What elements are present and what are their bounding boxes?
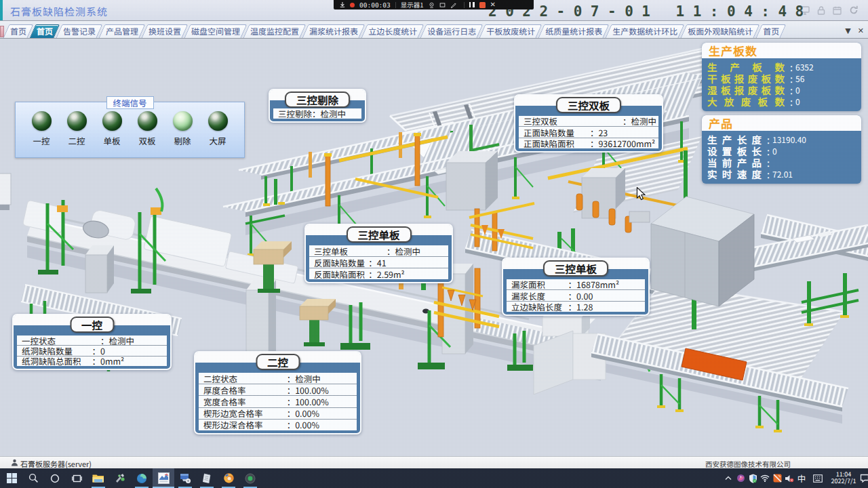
remote-pc-app-button[interactable] <box>174 468 196 488</box>
row-value: 23 <box>598 127 608 138</box>
row-colon: ： <box>287 420 296 430</box>
tab-4[interactable]: 产品管理 <box>102 24 142 38</box>
recorder-divider <box>395 2 396 8</box>
tab-14[interactable]: 板面外观缺陷统计 <box>684 24 757 38</box>
row-label: 二控状态 <box>203 373 287 384</box>
tab-6[interactable]: 磁盘空间管理 <box>187 24 244 38</box>
tray-color-app[interactable] <box>734 468 747 488</box>
search-icon <box>28 473 39 483</box>
stats-header: 产品 <box>702 115 861 131</box>
task-view-button[interactable] <box>66 468 87 488</box>
row-label: 楔形边深合格率 <box>203 420 287 430</box>
recorder-close-button[interactable]: ✕ <box>490 1 496 8</box>
row-value: 检测中 <box>295 373 321 384</box>
action-center-button[interactable] <box>853 468 868 488</box>
row-label: 实时速度 <box>707 168 767 180</box>
row-value: 13190.40 <box>772 134 806 145</box>
recorder-pause-button[interactable] <box>469 2 475 7</box>
panel-row: 二控状态：检测中 <box>199 373 357 384</box>
tab-10[interactable]: 设备运行日志 <box>423 24 480 38</box>
tray-expand-chevron[interactable] <box>722 468 735 488</box>
remote-pc-icon <box>180 473 191 484</box>
row-label: 立边缺陷长度 <box>511 302 568 312</box>
recorder-stop-button[interactable] <box>479 2 486 8</box>
refresh-icon[interactable] <box>849 5 859 15</box>
tray-touch-keyboard[interactable] <box>811 468 825 488</box>
tab-close-icon[interactable]: ✕ <box>858 26 864 35</box>
row-colon: ： <box>568 290 577 301</box>
panel-sankong-danban-right: 三控单板漏浆面积：16878mm²漏浆长度：0.00立边缺陷长度：1.28 <box>502 258 650 316</box>
tab-9[interactable]: 立边长度统计 <box>364 24 421 38</box>
desktop-screen: 石膏板缺陷检测系统 2022-07-01 11:04:48 00:00:03 显… <box>0 0 868 488</box>
row-value: 100.00% <box>295 384 329 396</box>
lock-icon[interactable] <box>817 6 825 15</box>
recorder-monitor-label[interactable]: 显示器1 <box>401 0 424 9</box>
tab-15[interactable]: 首页 <box>759 24 783 38</box>
row-label: 厚度合格率 <box>203 384 287 396</box>
panel-sankong-shuangban: 三控双板三控双板：检测中正面缺陷数量：23正面缺陷面积：93612700mm² <box>514 94 663 152</box>
app-title: 石膏板缺陷检测系统 <box>10 4 108 18</box>
row-colon: ： <box>92 346 101 356</box>
notepad-app-button[interactable] <box>196 468 218 488</box>
calendar-icon[interactable] <box>833 6 842 15</box>
signal-orb <box>67 111 87 131</box>
recorder-webcam-icon[interactable] <box>429 2 435 8</box>
tab-3[interactable]: 告警记录 <box>59 24 100 38</box>
tab-11[interactable]: 干板放废统计 <box>482 24 539 38</box>
active-app-button[interactable] <box>153 468 174 488</box>
panel-product: 产品生产长度:13190.40设置板长:0当前产品:实时速度:72.01 <box>702 115 861 184</box>
tab-7[interactable]: 温度监控配置 <box>246 24 303 38</box>
tray-antivirus[interactable] <box>746 468 760 488</box>
left-edge-machine <box>0 174 11 210</box>
panel-row: 反面缺陷数量：41 <box>309 257 448 268</box>
tab-1[interactable]: 首页 <box>6 24 31 38</box>
monitor-icon[interactable] <box>800 6 810 15</box>
panel-row: 纸洞缺陷数量：0 <box>17 346 167 356</box>
signal-剔除: 剔除 <box>165 111 200 147</box>
panel-row: 反面缺陷面积：2.59m² <box>309 268 448 279</box>
cortana-button[interactable] <box>44 468 66 488</box>
tab-13[interactable]: 生产数据统计环比 <box>608 24 682 38</box>
status-bar: 石膏板服务器(server) 西安获德图像技术有限公司 <box>0 456 868 468</box>
shield-icon <box>749 474 757 483</box>
row-label: 一控状态 <box>22 336 100 346</box>
recorder-pin-icon[interactable] <box>340 2 345 7</box>
recorder-app-button[interactable] <box>239 468 261 488</box>
start-button[interactable] <box>1 468 22 488</box>
tray-volume[interactable] <box>783 468 796 488</box>
signal-label: 剔除 <box>174 134 191 147</box>
orange-tray-icon <box>773 474 782 483</box>
panel-row: 厚度合格率：100.00% <box>199 384 357 396</box>
row-value: 0mm² <box>100 357 124 366</box>
main-3d-view[interactable]: 终端信号 一控二控单板双板剔除大屏 三控剔除三控剔除：检测中 三控双板三控双板：… <box>0 39 868 456</box>
file-explorer-button[interactable] <box>87 468 109 488</box>
tab-2[interactable]: 首页 <box>33 24 57 38</box>
tray-screenrec[interactable] <box>770 468 784 488</box>
taskbar-search-button[interactable] <box>22 468 44 488</box>
row-value: 41 <box>377 257 387 268</box>
panel-row: 三控剔除：检测中 <box>273 108 361 119</box>
signal-label: 二控 <box>68 134 85 147</box>
recorder-region-icon[interactable] <box>439 2 446 8</box>
edge-browser-button[interactable] <box>131 468 153 488</box>
tab-8[interactable]: 漏浆统计报表 <box>305 24 362 38</box>
tray-network[interactable] <box>758 468 772 488</box>
windows-taskbar: 中 11:04 2022/7/1 <box>0 468 868 488</box>
row-colon: : <box>767 168 770 180</box>
tab-list-dropdown-icon[interactable]: ▼ <box>845 26 850 35</box>
recorder-pen-icon[interactable] <box>450 2 456 8</box>
row-label: 漏浆面积 <box>511 279 568 290</box>
screen-recorder-toolbar: 00:00:03 显示器1 ✕ <box>334 0 534 9</box>
pinned-app-tool-button[interactable] <box>109 468 131 488</box>
row-colon: ： <box>100 336 109 346</box>
panel-row: 宽度合格率：100.00% <box>199 396 357 407</box>
row-colon: : <box>790 96 793 107</box>
recorder-app-icon <box>245 473 256 484</box>
browser-app-button[interactable] <box>218 468 239 488</box>
tab-5[interactable]: 换班设置 <box>144 24 185 38</box>
row-colon: ： <box>387 245 395 257</box>
tray-ime[interactable]: 中 <box>795 468 808 488</box>
titlebar-tool-icons <box>800 5 859 15</box>
row-value: 1.28 <box>576 302 593 312</box>
tab-12[interactable]: 纸质量统计报表 <box>541 24 606 38</box>
